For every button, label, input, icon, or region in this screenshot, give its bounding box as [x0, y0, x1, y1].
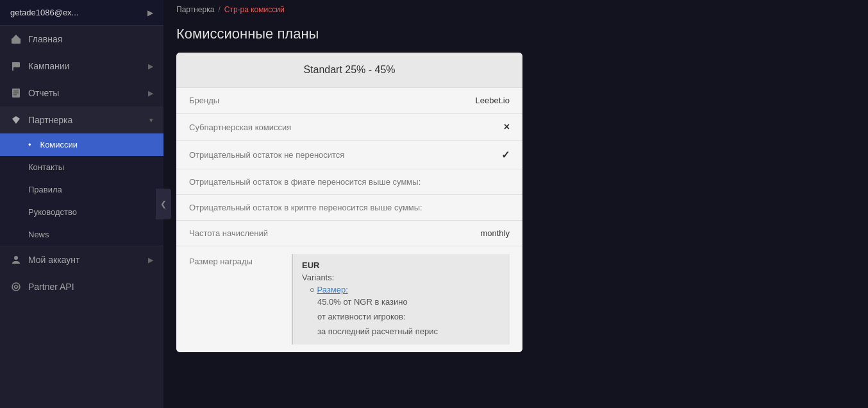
sidebar-nav: Главная Кампании ▶ Отчеты ▶ Партнерка ▾ — [0, 26, 163, 408]
sidebar-item-label-campaigns: Кампании — [28, 61, 69, 71]
sidebar-item-guide[interactable]: Руководство — [0, 201, 163, 223]
sidebar-item-partner[interactable]: Партнерка ▾ — [0, 106, 163, 133]
reward-currency: EUR — [302, 260, 501, 270]
label-sub-commission: Субпартнерская комиссия — [189, 123, 504, 132]
guide-label: Руководство — [28, 207, 77, 217]
sidebar-collapse-button[interactable]: ❮ — [156, 189, 171, 219]
reward-detail-2: от активности игроков: — [317, 310, 501, 324]
sidebar-item-label-myaccount: Мой аккаунт — [28, 255, 79, 265]
account-button[interactable]: getade1086@ex... ▶ — [0, 0, 163, 26]
svg-marker-8 — [12, 116, 20, 124]
row-reward: Размер награды EUR Variants: ○ Размер: 4… — [176, 246, 522, 352]
svg-rect-5 — [13, 90, 19, 92]
svg-rect-0 — [12, 38, 21, 44]
sidebar-item-campaigns[interactable]: Кампании ▶ — [0, 53, 163, 80]
collapse-icon: ❮ — [160, 200, 167, 208]
reward-content: EUR Variants: ○ Размер: 45.0% от NGR в к… — [292, 254, 510, 344]
sidebar-item-reports[interactable]: Отчеты ▶ — [0, 80, 163, 106]
row-brand: Бренды Leebet.io — [176, 88, 522, 114]
sidebar-item-label-partnerapi: Partner API — [28, 282, 74, 292]
commission-card: Standart 25% - 45% Бренды Leebet.io Субп… — [176, 53, 522, 352]
sidebar-item-partnerapi[interactable]: Partner API — [0, 273, 163, 300]
sidebar-item-commissions[interactable]: Комиссии — [0, 133, 163, 156]
label-negative-fiat: Отрицательный остаток в фиате переноситс… — [189, 177, 510, 187]
svg-rect-7 — [13, 94, 17, 96]
svg-rect-3 — [12, 62, 13, 71]
svg-point-10 — [12, 283, 20, 291]
value-frequency: monthly — [480, 228, 510, 238]
svg-point-9 — [14, 256, 18, 260]
commissions-label: Комиссии — [40, 140, 78, 149]
row-sub-commission: Субпартнерская комиссия × — [176, 114, 522, 141]
account-arrow-icon: ▶ — [147, 8, 153, 17]
api-icon — [10, 281, 22, 293]
reward-detail-3: за последний расчетный перис — [317, 325, 501, 339]
flag-icon — [10, 60, 22, 72]
sidebar: getade1086@ex... ▶ Главная Кампании ▶ От… — [0, 0, 163, 408]
sidebar-item-main[interactable]: Главная — [0, 26, 163, 53]
sidebar-item-rules[interactable]: Правила — [0, 178, 163, 201]
svg-rect-6 — [13, 92, 19, 94]
label-reward: Размер награды — [189, 254, 292, 266]
row-negative-balance: Отрицательный остаток не переносится ✓ — [176, 141, 522, 169]
sidebar-item-contacts[interactable]: Контакты — [0, 156, 163, 178]
label-frequency: Частота начислений — [189, 228, 480, 238]
row-negative-crypto: Отрицательный остаток в крипте переносит… — [176, 195, 522, 221]
reward-variants-label: Variants: — [302, 273, 501, 282]
contacts-label: Контакты — [28, 162, 64, 172]
sidebar-item-label-partner: Партнерка — [28, 115, 72, 125]
reward-detail-1: 45.0% от NGR в казино — [317, 296, 501, 309]
user-icon — [10, 254, 22, 266]
rules-label: Правила — [28, 185, 62, 194]
myaccount-arrow-icon: ▶ — [148, 256, 153, 264]
row-frequency: Частота начислений monthly — [176, 221, 522, 246]
label-brand: Бренды — [189, 96, 476, 105]
row-negative-fiat: Отрицательный остаток в фиате переноситс… — [176, 169, 522, 195]
value-brand: Leebet.io — [476, 96, 510, 105]
label-negative-balance: Отрицательный остаток не переносится — [189, 150, 501, 160]
home-icon — [10, 33, 22, 45]
page-title: Комиссионные планы — [163, 19, 868, 53]
breadcrumb-partner[interactable]: Партнерка — [176, 5, 214, 14]
check-icon: ✓ — [501, 149, 510, 161]
sidebar-item-label-main: Главная — [28, 34, 62, 44]
svg-marker-1 — [12, 35, 21, 39]
x-icon: × — [504, 121, 510, 133]
news-label: News — [28, 230, 49, 239]
main-content: Партнерка / Стр-ра комиссий Комиссионные… — [163, 0, 868, 408]
sidebar-item-news[interactable]: News — [0, 223, 163, 246]
sidebar-item-myaccount[interactable]: Мой аккаунт ▶ — [0, 246, 163, 273]
sidebar-item-label-reports: Отчеты — [28, 88, 59, 98]
reward-size-link[interactable]: Размер: — [317, 285, 347, 294]
card-body: Бренды Leebet.io Субпартнерская комиссия… — [176, 88, 522, 352]
partner-submenu: Комиссии Контакты Правила Руководство Ne… — [0, 133, 163, 246]
reports-arrow-icon: ▶ — [148, 89, 153, 98]
reward-bullet: ○ Размер: — [310, 285, 501, 294]
partner-arrow-icon: ▾ — [149, 116, 153, 124]
content-area: Standart 25% - 45% Бренды Leebet.io Субп… — [163, 53, 868, 408]
account-email: getade1086@ex... — [10, 8, 78, 17]
card-header: Standart 25% - 45% — [176, 53, 522, 88]
breadcrumb-sep: / — [218, 5, 220, 14]
file-icon — [10, 87, 22, 99]
breadcrumb-current: Стр-ра комиссий — [224, 5, 285, 14]
diamond-icon — [10, 114, 22, 126]
breadcrumb: Партнерка / Стр-ра комиссий — [163, 0, 868, 19]
campaigns-arrow-icon: ▶ — [148, 62, 153, 71]
label-negative-crypto: Отрицательный остаток в крипте переносит… — [189, 203, 510, 212]
